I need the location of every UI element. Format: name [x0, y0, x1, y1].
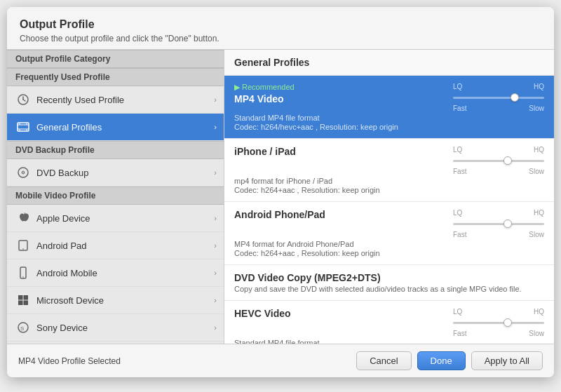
- sidebar-item-apple-device[interactable]: Apple Device ›: [7, 205, 224, 232]
- dialog-title: Output Profile: [20, 18, 541, 31]
- output-profile-dialog: Output Profile Choose the output profile…: [7, 7, 554, 377]
- profile-name: Android Phone/Pad: [234, 209, 325, 220]
- film-icon: [15, 119, 31, 135]
- sidebar-item-microsoft-device[interactable]: Microsoft Device ›: [7, 287, 224, 314]
- windows-icon: [15, 292, 31, 308]
- quality-control: LQ HQ Fast Slow: [453, 146, 544, 175]
- recently-used-label: Recently Used Profile: [36, 95, 214, 105]
- profile-codec: Codec: h264+aac , Resolution: keep origi…: [234, 249, 544, 257]
- svg-rect-3: [18, 123, 29, 131]
- sidebar-item-general-profiles[interactable]: General Profiles ›: [7, 114, 224, 141]
- left-panel: Output Profile Category Frequently Used …: [7, 50, 224, 344]
- general-profiles-label: General Profiles: [36, 122, 214, 133]
- android-pad-icon: [15, 238, 31, 253]
- profile-name: HEVC Video: [234, 308, 291, 319]
- svg-rect-19: [18, 301, 23, 306]
- profile-codec: Codec: h264+aac , Resolution: keep origi…: [234, 186, 544, 194]
- apply-to-all-button[interactable]: Apply to All: [471, 351, 543, 370]
- profile-card-hevc-video[interactable]: HEVC Video LQ HQ Fast Slow: [224, 301, 554, 344]
- sidebar-item-recently-used[interactable]: Recently Used Profile ›: [7, 86, 224, 114]
- profile-name: DVD Video Copy (MPEG2+DTS): [234, 272, 381, 283]
- dvd-backup-label: DVD Backup: [36, 168, 214, 178]
- quality-control: LQ HQ Fast Slow: [453, 308, 544, 337]
- quality-control: LQ HQ Fast Slow: [453, 83, 544, 112]
- sidebar-item-dvd-backup[interactable]: DVD Backup ›: [7, 159, 224, 187]
- profile-codec: Codec: h264/hevc+aac , Resolution: keep …: [234, 123, 544, 131]
- recommended-badge: ▶ Recommended: [234, 83, 295, 92]
- done-button[interactable]: Done: [417, 351, 466, 370]
- right-panel: General Profiles ▶ Recommended MP4 Video…: [224, 50, 554, 344]
- svg-point-12: [22, 172, 24, 173]
- chevron-icon: ›: [214, 296, 217, 304]
- svg-rect-20: [24, 301, 29, 306]
- clock-icon: [15, 92, 31, 107]
- dvd-icon: [15, 165, 31, 180]
- svg-rect-18: [24, 295, 29, 300]
- chevron-icon: ›: [214, 214, 217, 222]
- profile-cards-list: ▶ Recommended MP4 Video LQ HQ F: [224, 76, 554, 344]
- profile-card-iphone-ipad[interactable]: iPhone / iPad LQ HQ Fast Slow: [224, 139, 554, 202]
- dialog-subtitle: Choose the output profile and click the …: [20, 34, 541, 43]
- dialog-footer: MP4 Video Profile Selected Cancel Done A…: [7, 344, 554, 377]
- chevron-icon: ›: [214, 123, 217, 131]
- android-pad-label: Android Pad: [36, 241, 214, 251]
- android-mobile-icon: [15, 265, 31, 281]
- chevron-icon: ›: [214, 323, 217, 332]
- svg-point-16: [22, 276, 24, 278]
- dialog-body: Output Profile Category Frequently Used …: [7, 49, 554, 344]
- sony-device-label: Sony Device: [36, 323, 214, 333]
- chevron-icon: ›: [214, 95, 217, 104]
- sidebar-item-sony-device[interactable]: S Sony Device ›: [7, 314, 224, 342]
- svg-rect-17: [18, 295, 23, 300]
- microsoft-device-label: Microsoft Device: [36, 295, 214, 306]
- svg-point-14: [22, 248, 24, 250]
- chevron-icon: ›: [214, 168, 217, 177]
- apple-device-label: Apple Device: [36, 213, 214, 224]
- chevron-icon: ›: [214, 241, 217, 250]
- profile-card-android-phone-pad[interactable]: Android Phone/Pad LQ HQ Fast: [224, 202, 554, 265]
- apple-icon: [15, 210, 31, 226]
- sidebar-item-android-pad[interactable]: Android Pad ›: [7, 232, 224, 259]
- quality-control: LQ HQ Fast Slow: [453, 209, 544, 238]
- sidebar-item-android-mobile[interactable]: Android Mobile ›: [7, 259, 224, 287]
- profile-card-dvd-video-copy[interactable]: DVD Video Copy (MPEG2+DTS) Copy and save…: [224, 265, 554, 301]
- category-frequently-used: Frequently Used Profile: [7, 68, 224, 86]
- profile-name: MP4 Video: [234, 93, 295, 104]
- chevron-icon: ›: [214, 269, 217, 277]
- profile-name: iPhone / iPad: [234, 146, 296, 157]
- right-panel-header: General Profiles: [224, 50, 554, 76]
- svg-line-2: [23, 100, 25, 101]
- android-mobile-label: Android Mobile: [36, 268, 214, 278]
- profile-card-mp4-video[interactable]: ▶ Recommended MP4 Video LQ HQ F: [224, 76, 554, 139]
- category-mobile-video: Mobile Video Profile: [7, 187, 224, 205]
- left-panel-header: Output Profile Category: [7, 50, 224, 68]
- category-dvd-backup: DVD Backup Profile: [7, 141, 224, 159]
- cancel-button[interactable]: Cancel: [356, 351, 411, 370]
- dialog-header: Output Profile Choose the output profile…: [7, 7, 554, 49]
- svg-text:S: S: [20, 325, 24, 332]
- status-text: MP4 Video Profile Selected: [18, 356, 121, 366]
- sony-icon: S: [15, 320, 31, 335]
- footer-buttons: Cancel Done Apply to All: [356, 351, 543, 370]
